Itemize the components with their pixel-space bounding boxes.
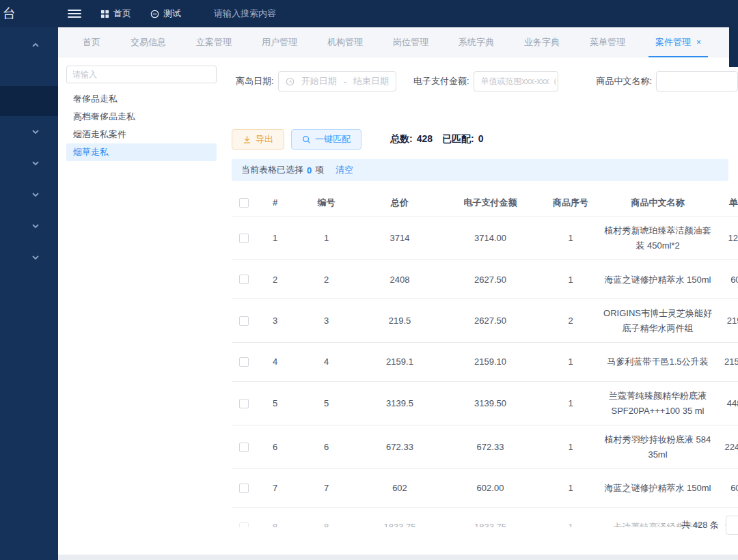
content: 请输入 奢侈品走私高档奢侈品走私烟酒走私案件烟草走私 离岛日期: 开始日期 - … bbox=[58, 57, 738, 554]
table-cell: 2627.50 bbox=[441, 266, 540, 294]
tab-active-label: 案件管理 bbox=[655, 27, 691, 57]
row-checkbox[interactable] bbox=[239, 234, 249, 243]
selection-suffix: 项 bbox=[315, 164, 324, 176]
table-cell: 3 bbox=[256, 307, 294, 335]
nav-home[interactable]: 首页 bbox=[100, 8, 131, 20]
row-checkbox[interactable] bbox=[239, 357, 249, 367]
table-cell: 672.33 bbox=[359, 433, 441, 461]
tab-岗位管理[interactable]: 岗位管理 bbox=[378, 27, 443, 57]
table-cell: 海蓝之谜修护精萃水 150ml bbox=[601, 474, 714, 502]
chevron-down-icon[interactable] bbox=[30, 221, 41, 232]
amount-input[interactable]: 单值或范围xxx-xxx（仅整数 bbox=[474, 71, 559, 92]
table-row[interactable]: 1137143714.001植村秀新琥珀臻萃洁颜油套装 450ml*21238 bbox=[232, 216, 738, 260]
chevron-down-icon[interactable] bbox=[30, 189, 41, 200]
table-cell: 7 bbox=[294, 474, 359, 502]
hamburger-menu-icon[interactable] bbox=[68, 10, 81, 18]
case-type-item[interactable]: 高档奢侈品走私 bbox=[66, 108, 217, 126]
grid-icon bbox=[100, 10, 109, 18]
export-button[interactable]: 导出 bbox=[232, 129, 284, 150]
tab-交易信息[interactable]: 交易信息 bbox=[115, 27, 181, 57]
column-header: # bbox=[256, 189, 294, 216]
table-cell: 3714.00 bbox=[441, 224, 540, 252]
table-row[interactable]: 442159.12159.101马爹利蓝带干邑1.5公升装2159.1 bbox=[232, 343, 738, 382]
table-cell: 2408 bbox=[359, 266, 441, 294]
case-type-search-input[interactable]: 请输入 bbox=[66, 66, 217, 83]
table-cell: 1 bbox=[294, 224, 359, 252]
table-cell: 1 bbox=[540, 224, 601, 252]
match-button-label: 一键匹配 bbox=[315, 133, 351, 145]
table-cell: 4 bbox=[256, 348, 294, 376]
tab-用户管理[interactable]: 用户管理 bbox=[247, 27, 312, 57]
total-label: 总数: bbox=[390, 133, 413, 145]
row-checkbox[interactable] bbox=[239, 275, 249, 284]
tab-系统字典[interactable]: 系统字典 bbox=[443, 27, 509, 57]
table-cell: ORIGINS韦博士灵芝焕能好底子精华水两件组 bbox=[601, 299, 714, 342]
row-checkbox[interactable] bbox=[239, 399, 249, 408]
chevron-down-icon[interactable] bbox=[30, 252, 41, 263]
window-edge-strip bbox=[729, 27, 738, 67]
tab-active[interactable]: 案件管理× bbox=[640, 27, 716, 57]
table-body: 1137143714.001植村秀新琥珀臻萃洁颜油套装 450ml*212382… bbox=[232, 216, 738, 527]
tab-机构管理[interactable]: 机构管理 bbox=[312, 27, 378, 57]
amount-filter-label: 电子支付金额: bbox=[413, 75, 469, 87]
close-tab-icon[interactable]: × bbox=[696, 27, 701, 57]
tab-首页[interactable]: 首页 bbox=[68, 27, 115, 57]
table-row[interactable]: 553139.53139.501兰蔻菁纯臻颜精华粉底液SPF20PA+++100… bbox=[232, 382, 738, 425]
date-range-picker[interactable]: 开始日期 - 结束日期 bbox=[278, 71, 396, 92]
row-checkbox[interactable] bbox=[239, 522, 249, 528]
date-end-input[interactable]: 结束日期 bbox=[353, 75, 389, 87]
table-cell: 5 bbox=[294, 389, 359, 417]
table-cell: 219.5 bbox=[714, 307, 738, 335]
product-name-input[interactable] bbox=[656, 71, 738, 92]
row-checkbox[interactable] bbox=[239, 316, 249, 326]
table-row[interactable]: 33219.52627.502ORIGINS韦博士灵芝焕能好底子精华水两件组21… bbox=[232, 299, 738, 343]
page: { "navbar": { "logo": "台", "home_label":… bbox=[0, 0, 738, 560]
select-all-checkbox[interactable] bbox=[239, 198, 249, 208]
table-row[interactable]: 66672.33672.331植村秀羽纱持妆粉底液 584 35ml224.11 bbox=[232, 425, 738, 469]
filter-row: 离岛日期: 开始日期 - 结束日期 电子支付金额: 单值或范围xxx-xxx（仅… bbox=[223, 71, 738, 92]
chevron-down-icon[interactable] bbox=[30, 158, 41, 169]
case-type-item[interactable]: 烟酒走私案件 bbox=[66, 126, 217, 143]
table-cell: 5 bbox=[256, 389, 294, 417]
clock-icon bbox=[286, 77, 295, 86]
name-filter-label: 商品中文名称: bbox=[596, 75, 652, 87]
tab-bar: 首页交易信息立案管理用户管理机构管理岗位管理系统字典业务字典菜单管理案件管理× bbox=[58, 27, 738, 57]
pagination: 共 428 条 bbox=[681, 516, 738, 535]
table-cell: 2159.1 bbox=[359, 348, 441, 376]
table-row[interactable]: 2224082627.501海蓝之谜修护精萃水 150ml602 bbox=[232, 260, 738, 299]
date-filter-label: 离岛日期: bbox=[236, 75, 274, 87]
one-key-match-button[interactable]: 一键匹配 bbox=[291, 129, 361, 150]
global-search-input[interactable]: 请输入搜索内容 bbox=[214, 8, 276, 20]
selection-prefix: 当前表格已选择 bbox=[241, 164, 303, 176]
chevron-up-icon[interactable] bbox=[30, 40, 41, 51]
nav-test[interactable]: 测试 bbox=[150, 8, 181, 20]
clear-selection-link[interactable]: 清空 bbox=[336, 164, 353, 176]
table-row[interactable]: 881833.751833.751卡诗菁纯亮泽经典香氛183.38 bbox=[232, 508, 738, 528]
sidebar-selected-item[interactable] bbox=[0, 86, 58, 116]
table-cell: 3139.50 bbox=[441, 389, 540, 417]
tab-菜单管理[interactable]: 菜单管理 bbox=[575, 27, 640, 57]
sidebar bbox=[0, 0, 58, 560]
table-cell: 兰蔻菁纯臻颜精华粉底液SPF20PA+++100 35 ml bbox=[601, 382, 714, 425]
table-cell: 6 bbox=[256, 433, 294, 461]
table-cell: 2627.50 bbox=[441, 307, 540, 335]
tab-业务字典[interactable]: 业务字典 bbox=[509, 27, 575, 57]
table-cell: 3 bbox=[294, 307, 359, 335]
case-type-item[interactable]: 烟草走私 bbox=[66, 143, 217, 161]
top-navbar: 台 首页 测试 请输入搜索内容 bbox=[0, 0, 738, 27]
table-row[interactable]: 77602602.001海蓝之谜修护精萃水 150ml602 bbox=[232, 469, 738, 508]
table-cell: 602.00 bbox=[441, 474, 540, 502]
row-checkbox[interactable] bbox=[239, 443, 249, 452]
table-cell: 1 bbox=[540, 474, 601, 502]
chevron-down-icon[interactable] bbox=[30, 126, 41, 137]
table-cell: 7 bbox=[256, 474, 294, 502]
tab-立案管理[interactable]: 立案管理 bbox=[181, 27, 247, 57]
table-cell: 1833.75 bbox=[441, 513, 540, 527]
row-checkbox[interactable] bbox=[239, 484, 249, 493]
app-logo: 台 bbox=[0, 5, 58, 23]
date-start-input[interactable]: 开始日期 bbox=[301, 75, 337, 87]
total-value: 428 bbox=[417, 133, 433, 145]
page-size-select[interactable] bbox=[726, 516, 738, 535]
table-cell: 1238 bbox=[714, 224, 738, 252]
case-type-item[interactable]: 奢侈品走私 bbox=[66, 90, 217, 108]
